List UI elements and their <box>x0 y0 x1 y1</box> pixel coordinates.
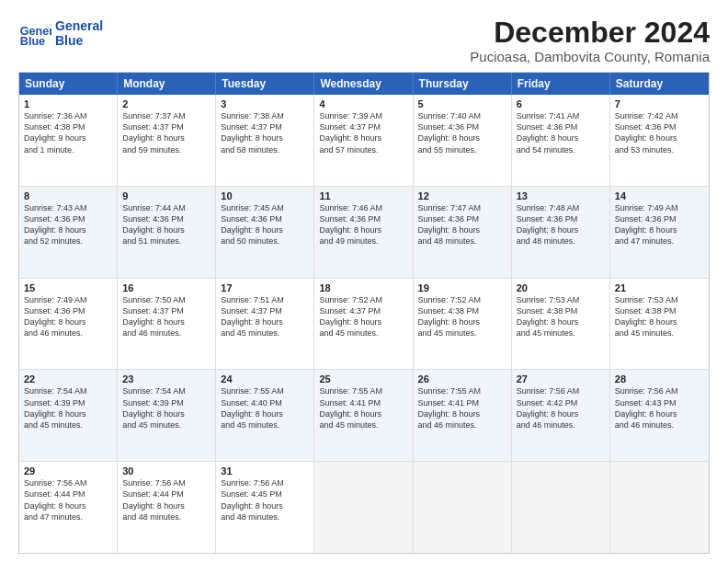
day-number: 16 <box>122 282 210 293</box>
day-info: Sunrise: 7:47 AM Sunset: 4:36 PM Dayligh… <box>418 202 506 247</box>
day-cell-6: 6Sunrise: 7:41 AM Sunset: 4:36 PM Daylig… <box>512 95 610 186</box>
day-cell-31: 31Sunrise: 7:56 AM Sunset: 4:45 PM Dayli… <box>216 462 314 553</box>
header: General Blue General Blue December 2024 … <box>18 17 710 64</box>
day-cell-28: 28Sunrise: 7:56 AM Sunset: 4:43 PM Dayli… <box>610 370 709 461</box>
day-cell-9: 9Sunrise: 7:44 AM Sunset: 4:36 PM Daylig… <box>118 187 216 278</box>
day-info: Sunrise: 7:36 AM Sunset: 4:38 PM Dayligh… <box>24 110 112 155</box>
day-cell-21: 21Sunrise: 7:53 AM Sunset: 4:38 PM Dayli… <box>610 279 709 370</box>
day-cell-19: 19Sunrise: 7:52 AM Sunset: 4:38 PM Dayli… <box>414 279 512 370</box>
day-info: Sunrise: 7:56 AM Sunset: 4:45 PM Dayligh… <box>221 477 309 523</box>
empty-cell <box>414 462 512 553</box>
header-day-wednesday: Wednesday <box>314 73 413 95</box>
day-info: Sunrise: 7:56 AM Sunset: 4:42 PM Dayligh… <box>517 385 605 431</box>
calendar-row-5: 29Sunrise: 7:56 AM Sunset: 4:44 PM Dayli… <box>19 462 709 553</box>
day-cell-23: 23Sunrise: 7:54 AM Sunset: 4:39 PM Dayli… <box>118 370 216 461</box>
day-info: Sunrise: 7:54 AM Sunset: 4:39 PM Dayligh… <box>122 385 210 431</box>
day-info: Sunrise: 7:56 AM Sunset: 4:44 PM Dayligh… <box>122 477 210 523</box>
day-info: Sunrise: 7:53 AM Sunset: 4:38 PM Dayligh… <box>615 294 704 339</box>
empty-cell <box>610 462 709 553</box>
day-cell-12: 12Sunrise: 7:47 AM Sunset: 4:36 PM Dayli… <box>414 187 512 278</box>
day-cell-30: 30Sunrise: 7:56 AM Sunset: 4:44 PM Dayli… <box>118 462 216 553</box>
day-info: Sunrise: 7:55 AM Sunset: 4:40 PM Dayligh… <box>221 385 309 431</box>
day-info: Sunrise: 7:56 AM Sunset: 4:44 PM Dayligh… <box>24 477 112 523</box>
day-info: Sunrise: 7:40 AM Sunset: 4:36 PM Dayligh… <box>418 110 506 155</box>
day-number: 31 <box>221 465 309 477</box>
day-cell-29: 29Sunrise: 7:56 AM Sunset: 4:44 PM Dayli… <box>19 462 118 553</box>
day-cell-16: 16Sunrise: 7:50 AM Sunset: 4:37 PM Dayli… <box>118 279 216 370</box>
day-info: Sunrise: 7:38 AM Sunset: 4:37 PM Dayligh… <box>221 110 309 155</box>
header-day-tuesday: Tuesday <box>216 73 314 95</box>
day-cell-15: 15Sunrise: 7:49 AM Sunset: 4:36 PM Dayli… <box>19 279 118 370</box>
day-cell-1: 1Sunrise: 7:36 AM Sunset: 4:38 PM Daylig… <box>19 95 118 186</box>
day-info: Sunrise: 7:53 AM Sunset: 4:38 PM Dayligh… <box>517 294 605 339</box>
day-number: 20 <box>517 282 605 293</box>
logo-icon: General Blue <box>18 17 51 50</box>
day-cell-8: 8Sunrise: 7:43 AM Sunset: 4:36 PM Daylig… <box>19 187 118 278</box>
day-info: Sunrise: 7:55 AM Sunset: 4:41 PM Dayligh… <box>418 385 506 431</box>
day-number: 14 <box>615 190 704 201</box>
day-cell-25: 25Sunrise: 7:55 AM Sunset: 4:41 PM Dayli… <box>314 370 413 461</box>
day-number: 10 <box>221 190 309 201</box>
day-info: Sunrise: 7:45 AM Sunset: 4:36 PM Dayligh… <box>221 202 309 247</box>
day-cell-5: 5Sunrise: 7:40 AM Sunset: 4:36 PM Daylig… <box>414 95 512 186</box>
day-info: Sunrise: 7:51 AM Sunset: 4:37 PM Dayligh… <box>221 294 309 339</box>
calendar: SundayMondayTuesdayWednesdayThursdayFrid… <box>18 72 710 554</box>
day-number: 18 <box>319 282 407 293</box>
day-cell-22: 22Sunrise: 7:54 AM Sunset: 4:39 PM Dayli… <box>19 370 118 461</box>
day-cell-20: 20Sunrise: 7:53 AM Sunset: 4:38 PM Dayli… <box>512 279 610 370</box>
day-cell-4: 4Sunrise: 7:39 AM Sunset: 4:37 PM Daylig… <box>314 95 413 186</box>
day-number: 12 <box>418 190 506 201</box>
day-cell-7: 7Sunrise: 7:42 AM Sunset: 4:36 PM Daylig… <box>610 95 709 186</box>
header-day-saturday: Saturday <box>610 73 709 95</box>
day-info: Sunrise: 7:46 AM Sunset: 4:36 PM Dayligh… <box>319 202 407 247</box>
day-number: 27 <box>517 373 605 385</box>
day-number: 3 <box>221 98 309 109</box>
day-number: 22 <box>24 373 112 385</box>
day-cell-10: 10Sunrise: 7:45 AM Sunset: 4:36 PM Dayli… <box>216 187 314 278</box>
day-number: 24 <box>221 373 309 385</box>
day-info: Sunrise: 7:41 AM Sunset: 4:36 PM Dayligh… <box>517 110 605 155</box>
day-info: Sunrise: 7:56 AM Sunset: 4:43 PM Dayligh… <box>615 385 704 431</box>
svg-text:Blue: Blue <box>20 35 45 48</box>
day-info: Sunrise: 7:42 AM Sunset: 4:36 PM Dayligh… <box>615 110 704 155</box>
day-number: 9 <box>122 190 210 201</box>
day-cell-11: 11Sunrise: 7:46 AM Sunset: 4:36 PM Dayli… <box>314 187 413 278</box>
day-info: Sunrise: 7:54 AM Sunset: 4:39 PM Dayligh… <box>24 385 112 431</box>
day-cell-14: 14Sunrise: 7:49 AM Sunset: 4:36 PM Dayli… <box>610 187 709 278</box>
day-info: Sunrise: 7:52 AM Sunset: 4:37 PM Dayligh… <box>319 294 407 339</box>
day-info: Sunrise: 7:49 AM Sunset: 4:36 PM Dayligh… <box>24 294 112 339</box>
day-number: 4 <box>319 98 407 109</box>
day-info: Sunrise: 7:49 AM Sunset: 4:36 PM Dayligh… <box>615 202 704 247</box>
day-cell-18: 18Sunrise: 7:52 AM Sunset: 4:37 PM Dayli… <box>314 279 413 370</box>
header-day-monday: Monday <box>118 73 216 95</box>
calendar-header: SundayMondayTuesdayWednesdayThursdayFrid… <box>19 73 709 95</box>
day-number: 11 <box>319 190 407 201</box>
empty-cell <box>314 462 413 553</box>
calendar-row-1: 1Sunrise: 7:36 AM Sunset: 4:38 PM Daylig… <box>19 95 709 187</box>
title-block: December 2024 Pucioasa, Dambovita County… <box>470 17 710 64</box>
day-info: Sunrise: 7:43 AM Sunset: 4:36 PM Dayligh… <box>24 202 112 247</box>
day-cell-24: 24Sunrise: 7:55 AM Sunset: 4:40 PM Dayli… <box>216 370 314 461</box>
day-number: 19 <box>418 282 506 293</box>
header-day-thursday: Thursday <box>414 73 512 95</box>
day-info: Sunrise: 7:39 AM Sunset: 4:37 PM Dayligh… <box>319 110 407 155</box>
day-number: 8 <box>24 190 112 201</box>
day-cell-27: 27Sunrise: 7:56 AM Sunset: 4:42 PM Dayli… <box>512 370 610 461</box>
day-info: Sunrise: 7:52 AM Sunset: 4:38 PM Dayligh… <box>418 294 506 339</box>
day-cell-13: 13Sunrise: 7:48 AM Sunset: 4:36 PM Dayli… <box>512 187 610 278</box>
header-day-friday: Friday <box>512 73 610 95</box>
main-title: December 2024 <box>470 17 710 49</box>
day-info: Sunrise: 7:48 AM Sunset: 4:36 PM Dayligh… <box>517 202 605 247</box>
day-number: 21 <box>615 282 704 293</box>
day-number: 15 <box>24 282 112 293</box>
day-info: Sunrise: 7:55 AM Sunset: 4:41 PM Dayligh… <box>319 385 407 431</box>
day-cell-2: 2Sunrise: 7:37 AM Sunset: 4:37 PM Daylig… <box>118 95 216 186</box>
header-day-sunday: Sunday <box>19 73 118 95</box>
logo-text-blue: Blue <box>55 33 103 48</box>
calendar-row-2: 8Sunrise: 7:43 AM Sunset: 4:36 PM Daylig… <box>19 187 709 279</box>
empty-cell <box>512 462 610 553</box>
day-number: 2 <box>122 98 210 109</box>
calendar-row-4: 22Sunrise: 7:54 AM Sunset: 4:39 PM Dayli… <box>19 370 709 462</box>
day-number: 30 <box>122 465 210 477</box>
logo-text-general: General <box>55 18 103 33</box>
